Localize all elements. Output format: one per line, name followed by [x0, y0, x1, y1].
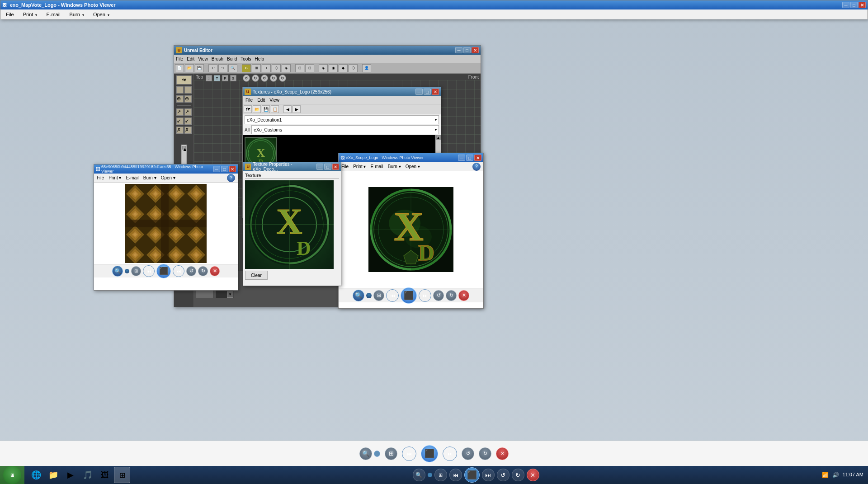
pv-deco-zoom-btn[interactable]: 🔍 — [112, 266, 123, 277]
taskbar-current-btn[interactable]: ⬛ — [464, 467, 480, 483]
tp-titlebar[interactable]: U Texture Properties - eXo_Deco... ─ □ ✕ — [243, 162, 341, 171]
ue-tool-save[interactable]: 💾 — [195, 64, 204, 72]
ue-tool-light[interactable]: ◉ — [329, 64, 338, 72]
main-zoom-dropdown[interactable] — [374, 451, 380, 457]
pv-scope-actual-btn[interactable]: ⊞ — [373, 290, 384, 301]
ue-tool-t5[interactable]: ◈ — [282, 64, 291, 72]
main-zoom-btn[interactable]: 🔍 — [359, 447, 372, 460]
pv-deco-prev-btn[interactable]: ⏮ — [143, 265, 155, 277]
main-rotate-right-btn[interactable]: ↻ — [479, 447, 491, 460]
ue-panel-btn9[interactable]: ↙ — [184, 117, 192, 125]
pv-deco-rotateccw-btn[interactable]: ↻ — [198, 266, 208, 276]
pv-scope-menu-file[interactable]: File — [341, 164, 349, 169]
systray-volume[interactable]: 🔊 — [832, 472, 839, 478]
tp-clear-btn[interactable]: Clear — [245, 271, 268, 280]
ue-panel-btn5[interactable]: ⊕ — [184, 95, 192, 103]
pv-deco-minimize-btn[interactable]: ─ — [213, 166, 220, 172]
pv-deco-menu-file[interactable]: File — [97, 175, 104, 180]
tw-titlebar[interactable]: U Textures - eXo_Scope_Logo (256x256) ─ … — [243, 87, 441, 96]
taskbar-explorer-icon[interactable]: 📁 — [45, 467, 61, 483]
taskbar-zoom-dd[interactable] — [428, 473, 432, 477]
pv-scope-prev-btn[interactable]: ⏮ — [386, 289, 399, 302]
tw-btn-3[interactable]: 💾 — [262, 105, 270, 113]
taskbar-app6-icon[interactable]: ⊞ — [114, 467, 130, 483]
ue-panel-btn7[interactable]: ↗ — [184, 108, 192, 116]
pv-scope-rotateccw-btn[interactable]: ↻ — [446, 290, 457, 301]
taskbar-fit-btn[interactable]: ⊞ — [434, 469, 447, 481]
main-next-btn[interactable]: ⏭ — [443, 446, 457, 461]
ue-tool-t3[interactable]: ⌖ — [262, 64, 271, 72]
ue-vp-btn-F[interactable]: F — [222, 75, 228, 81]
systray-network[interactable]: 📶 — [822, 472, 829, 478]
ue-panel-btn4[interactable]: ⊕ — [176, 95, 184, 103]
ue-vp-rotate5[interactable]: ↻ — [279, 75, 286, 82]
pv-scope-zoom-btn[interactable]: 🔍 — [353, 290, 364, 301]
pv-scope-help-btn[interactable]: ? — [472, 163, 481, 171]
ue-maximize-btn[interactable]: □ — [463, 47, 471, 53]
maximize-button[interactable]: □ — [850, 2, 858, 8]
ue-tool-brush-toggle[interactable]: ◆ — [339, 64, 348, 72]
start-orb[interactable]: ⊞ — [3, 466, 21, 484]
ue-menu-help[interactable]: Help — [255, 56, 264, 61]
ue-minimize-btn[interactable]: ─ — [455, 47, 462, 53]
ue-menu-edit[interactable]: Edit — [187, 56, 194, 61]
taskbar-ie-icon[interactable]: 🌐 — [28, 467, 44, 483]
ue-tool-v1[interactable]: ⊞ — [295, 64, 304, 72]
tw-menu-edit[interactable]: Edit — [257, 98, 265, 103]
pv-deco-close-btn[interactable]: ✕ — [229, 166, 236, 172]
ue-menu-tools[interactable]: Tools — [241, 56, 251, 61]
ue-menu-brush[interactable]: Brush — [212, 56, 223, 61]
ue-tool-t1[interactable]: G — [242, 64, 251, 72]
tw-btn-2[interactable]: 📂 — [253, 105, 261, 113]
ue-vp-rotate4[interactable]: ↻ — [270, 75, 277, 82]
pv-scope-minimize-btn[interactable]: ─ — [458, 155, 465, 161]
ue-tool-undo[interactable]: ↩ — [208, 64, 217, 72]
taskbar-next-btn[interactable]: ⏭ — [482, 469, 495, 481]
pv-deco-menu-open[interactable]: Open ▾ — [161, 175, 175, 180]
taskbar-delete-btn[interactable]: ✕ — [527, 469, 539, 481]
main-rotate-left-btn[interactable]: ↺ — [462, 447, 474, 460]
pv-scope-menu-burn[interactable]: Burn ▾ — [388, 164, 401, 169]
taskbar-app5-icon[interactable]: 🖼 — [97, 467, 113, 483]
ue-scroll-arrow[interactable]: ▼ — [227, 291, 233, 298]
ue-menu-view[interactable]: View — [198, 56, 208, 61]
pv-deco-help-btn[interactable]: ? — [227, 174, 235, 182]
ue-tool-redo[interactable]: ↪ — [218, 64, 227, 72]
tw-maximize-btn[interactable]: □ — [424, 89, 431, 95]
tw-menu-view[interactable]: View — [269, 98, 279, 103]
ue-vp-rotate3[interactable]: ↺ — [261, 75, 268, 82]
ue-tool-mesh[interactable]: ⬡ — [349, 64, 358, 72]
pv-deco-maximize-btn[interactable]: □ — [221, 166, 228, 172]
ue-vp-btn-S[interactable]: S — [230, 75, 236, 81]
menu-email[interactable]: E-mail — [44, 11, 62, 18]
pv-deco-menu-burn[interactable]: Burn ▾ — [143, 175, 156, 180]
menu-burn[interactable]: Burn ▾ — [68, 11, 86, 18]
ue-panel-btn1[interactable]: 🗺 — [176, 75, 192, 85]
pv-scope-next-btn[interactable]: ⏭ — [419, 289, 431, 302]
main-fit-btn[interactable]: ⊞ — [385, 447, 397, 460]
pv-scope-zoom-dd[interactable] — [366, 293, 372, 298]
minimize-button[interactable]: ─ — [842, 2, 849, 8]
pv-deco-delete-btn[interactable]: ✕ — [210, 266, 220, 276]
tw-menu-file[interactable]: File — [245, 98, 253, 103]
pv-scope-menu-email[interactable]: E-mail — [370, 164, 383, 169]
tw-dropdown2[interactable]: eXo_Customs ▾ — [251, 125, 439, 134]
start-button[interactable]: ⊞ — [0, 466, 24, 484]
ue-panel-btn3[interactable] — [184, 86, 192, 94]
pv-deco-rotatecw-btn[interactable]: ↺ — [186, 266, 196, 276]
menu-print[interactable]: Print ▾ — [21, 11, 39, 18]
close-button[interactable]: ✕ — [859, 2, 866, 8]
tp-close-btn[interactable]: ✕ — [332, 164, 339, 170]
ue-vp-rotate2[interactable]: ↻ — [252, 75, 259, 82]
ue-tool-camera[interactable]: ◈ — [319, 64, 328, 72]
pv-scope-menu-open[interactable]: Open ▾ — [406, 164, 420, 169]
tp-texture-preview[interactable]: X D X — [245, 180, 334, 269]
ue-titlebar[interactable]: U Unreal Editor ─ □ ✕ — [174, 46, 481, 55]
taskbar-zoom-btn[interactable]: 🔍 — [413, 469, 425, 481]
ue-vp-rotate1[interactable]: ↺ — [243, 75, 250, 82]
pv-deco-actual-btn[interactable]: ⊞ — [131, 266, 141, 276]
ue-tool-t2[interactable]: ⊞ — [252, 64, 261, 72]
main-titlebar[interactable]: 🖼 exo_MapVote_Logo - Windows Photo Viewe… — [0, 0, 868, 9]
tw-btn-4[interactable]: 📋 — [271, 105, 279, 113]
pv-deco-zoom-dd[interactable] — [125, 269, 129, 273]
